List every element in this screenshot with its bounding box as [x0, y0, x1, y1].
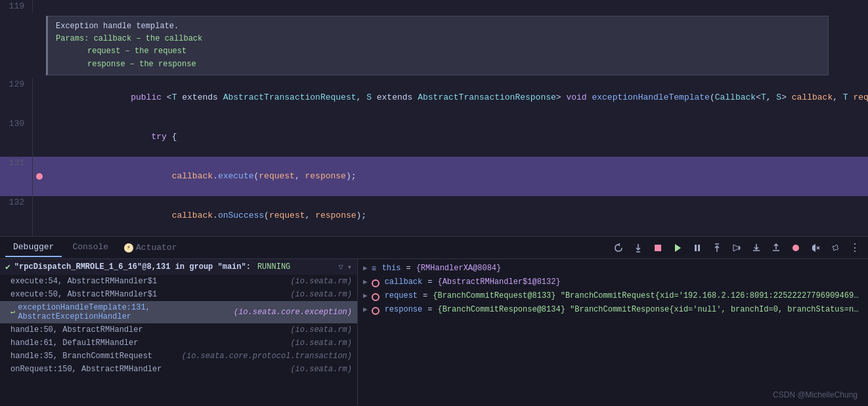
var-this-expand[interactable]: ▶	[363, 264, 368, 272]
frame-item-5[interactable]: handle:35, BranchCommitRequest (io.seata…	[0, 350, 357, 363]
frame-item-3[interactable]: handle:50, AbstractRMHandler (io.seata.r…	[0, 323, 357, 336]
stop-button[interactable]	[650, 241, 666, 254]
var-callback-icon	[372, 279, 380, 287]
tab-debugger[interactable]: Debugger	[5, 238, 62, 257]
frames-panel: ✔ "rpcDispatch_RMROLE_1_6_16"@8,131 in g…	[0, 259, 358, 406]
code-line-129: 129 public <T extends AbstractTransactio…	[0, 78, 868, 117]
settings-button[interactable]	[827, 241, 843, 254]
panel-toolbar: ⋮	[611, 240, 863, 256]
step-out-button[interactable]	[709, 241, 725, 254]
frame-item-4[interactable]: handle:61, DefaultRMHandler (io.seata.rm…	[0, 336, 357, 350]
thread-status: RUNNING	[257, 262, 290, 272]
frame-item-2[interactable]: ↩ exceptionHandleTemplate:131, AbstractE…	[0, 301, 357, 323]
run-to-cursor-button[interactable]	[729, 241, 745, 254]
doc-param1: callback – the callback	[94, 34, 203, 43]
svg-rect-0	[655, 245, 661, 251]
var-callback[interactable]: ▶ callback = {AbstractRMHandler$1@8132}	[358, 275, 868, 289]
more-options-button[interactable]: ⋮	[847, 240, 863, 256]
code-line-130: 130 try {	[0, 117, 868, 157]
tab-console[interactable]: Console	[64, 238, 116, 257]
var-callback-expand[interactable]: ▶	[363, 277, 368, 286]
var-response-expand[interactable]: ▶	[363, 305, 368, 314]
panel-content: ✔ "rpcDispatch_RMROLE_1_6_16"@8,131 in g…	[0, 259, 868, 406]
variables-panel: ▶ this = {RMHandlerXA@8084} ▶ callback =…	[358, 259, 868, 406]
tab-actuator[interactable]: ⚡ Actuator	[119, 239, 182, 256]
svg-rect-3	[698, 245, 700, 251]
watermark: CSDN @MichelleChung	[773, 390, 857, 399]
doc-param2: request – the request	[87, 47, 186, 56]
thread-check-icon: ✔	[5, 262, 11, 272]
bottom-panel: Debugger Console ⚡ Actuator	[0, 236, 868, 406]
var-request[interactable]: ▶ request = {BranchCommitRequest@8133} "…	[358, 289, 868, 303]
svg-rect-2	[695, 245, 697, 251]
svg-marker-1	[675, 244, 681, 252]
step-over-button[interactable]	[611, 241, 626, 254]
doc-param3: response – the response	[87, 60, 196, 69]
record-stop-button[interactable]	[788, 241, 804, 254]
breakpoint-dot	[36, 173, 43, 180]
panel-tabs: Debugger Console ⚡ Actuator	[0, 237, 868, 259]
code-line-131: 131 callback.execute(request, response);	[0, 157, 868, 196]
app-container: 119 Exception handle template. Params: c…	[0, 0, 868, 406]
var-this-icon	[372, 266, 380, 274]
thread-name: "rpcDispatch_RMROLE_1_6_16"@8,131 in gro…	[14, 262, 251, 272]
code-line-119: 119	[0, 0, 868, 13]
step-into-button[interactable]	[630, 241, 646, 254]
frame-item-0[interactable]: execute:54, AbstractRMHandler$1 (io.seat…	[0, 275, 357, 288]
filter-icon[interactable]: ▽	[339, 262, 343, 272]
pause-button[interactable]	[689, 241, 705, 254]
svg-point-4	[792, 245, 799, 251]
doc-params-label: Params:	[56, 34, 89, 43]
resume-button[interactable]	[670, 241, 685, 254]
var-this[interactable]: ▶ this = {RMHandlerXA@8084}	[358, 262, 868, 275]
code-line-132: 132 callback.onSuccess(request, response…	[0, 196, 868, 235]
mute-button[interactable]	[808, 241, 823, 254]
thread-header: ✔ "rpcDispatch_RMROLE_1_6_16"@8,131 in g…	[0, 259, 357, 275]
frame-item-6[interactable]: onRequest:150, AbstractRMHandler (io.sea…	[0, 363, 357, 376]
current-frame-arrow: ↩	[11, 308, 15, 317]
frame-item-1[interactable]: execute:50, AbstractRMHandler$1 (io.seat…	[0, 288, 357, 301]
tab-actuator-label: Actuator	[136, 243, 177, 253]
upload-button[interactable]	[768, 241, 784, 254]
actuator-icon: ⚡	[124, 243, 133, 253]
code-editor: 119 Exception handle template. Params: c…	[0, 0, 868, 236]
download-button[interactable]	[749, 241, 764, 254]
doc-popup: Exception handle template. Params: callb…	[46, 16, 829, 75]
var-request-icon	[372, 293, 380, 301]
doc-title: Exception handle template.	[56, 20, 820, 33]
var-response[interactable]: ▶ response = {BranchCommitResponse@8134}…	[358, 303, 868, 317]
thread-dropdown-arrow[interactable]: ▾	[347, 262, 352, 272]
var-response-icon	[372, 307, 380, 315]
code-line-133: 133 } catch (TransactionException tex) {	[0, 235, 868, 236]
var-request-expand[interactable]: ▶	[363, 291, 368, 300]
